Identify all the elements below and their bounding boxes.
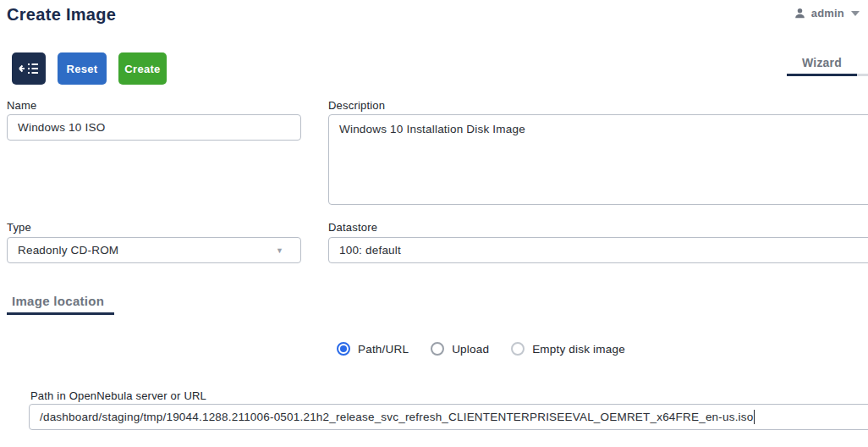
- radio-upload[interactable]: Upload: [431, 342, 489, 356]
- select-caret-icon: ▼: [276, 246, 283, 255]
- reset-button[interactable]: Reset: [58, 52, 107, 85]
- back-to-list-button[interactable]: [12, 52, 46, 85]
- type-select[interactable]: Readonly CD-ROM ▼: [7, 237, 301, 263]
- radio-selected-icon: [337, 342, 350, 356]
- radio-unselected-icon: [511, 342, 525, 356]
- image-location-radio-group: Path/URL Upload Empty disk image: [337, 342, 625, 356]
- username-label: admin: [811, 7, 844, 19]
- radio-unselected-icon: [431, 342, 444, 356]
- datastore-label: Datastore: [328, 221, 377, 234]
- section-underline: [7, 312, 114, 315]
- name-label: Name: [7, 99, 36, 112]
- text-cursor: [754, 410, 755, 424]
- section-title-image-location: Image location: [12, 294, 104, 308]
- description-label: Description: [328, 99, 385, 112]
- path-input[interactable]: /dashboard/staging/tmp/19044.1288.211006…: [29, 404, 868, 430]
- radio-empty-disk-image[interactable]: Empty disk image: [511, 342, 625, 356]
- radio-path-url[interactable]: Path/URL: [337, 342, 409, 356]
- type-label: Type: [7, 221, 31, 234]
- type-select-value: Readonly CD-ROM: [18, 244, 118, 257]
- page-title: Create Image: [7, 5, 116, 25]
- create-button[interactable]: Create: [118, 52, 167, 85]
- name-input[interactable]: [7, 114, 301, 141]
- datastore-input[interactable]: [328, 237, 868, 263]
- create-image-page: Create Image admin Reset Create W: [0, 0, 868, 447]
- tab-wizard[interactable]: Wizard: [787, 52, 857, 76]
- back-to-list-icon: [19, 62, 39, 75]
- path-input-value: /dashboard/staging/tmp/19044.1288.211006…: [40, 411, 753, 423]
- caret-down-icon: [851, 11, 860, 16]
- tab-bar: Wizard: [787, 52, 868, 76]
- user-icon: [794, 7, 806, 19]
- description-textarea[interactable]: Windows 10 Installation Disk Image: [328, 114, 868, 205]
- user-menu[interactable]: admin: [794, 7, 860, 19]
- path-label: Path in OpenNebula server or URL: [30, 389, 206, 402]
